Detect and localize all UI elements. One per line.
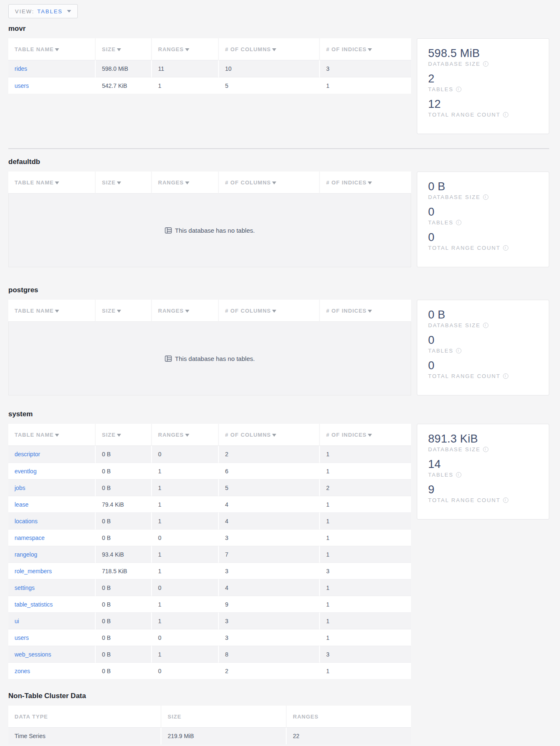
cell-columns: 3 — [219, 612, 320, 629]
table-row-namespace: namespace 0 B 0 3 1 — [8, 529, 411, 546]
cell-indices: 1 — [320, 446, 411, 463]
database-summary-panel-postgres: 0 B DATABASE SIZE 0 TABLES 0 TOTAL RANGE… — [417, 300, 549, 395]
table-link-users[interactable]: users — [15, 82, 29, 89]
column-header-label: TABLE NAME — [15, 432, 54, 438]
column-header-label: SIZE — [102, 432, 116, 438]
table-link-jobs[interactable]: jobs — [15, 485, 25, 491]
cell-ranges: 11 — [152, 60, 219, 77]
table-link-settings[interactable]: settings — [15, 584, 35, 591]
cell-size: 0 B — [96, 629, 152, 646]
column-header-ranges[interactable]: RANGES — [152, 424, 219, 446]
cell-size: 0 B — [96, 646, 152, 662]
cell-size: 0 B — [96, 446, 152, 463]
column-header-label: SIZE — [102, 308, 116, 314]
table-link-lease[interactable]: lease — [15, 501, 28, 508]
column-header-table-name[interactable]: TABLE NAME — [8, 172, 96, 194]
cell-columns: 5 — [219, 479, 320, 496]
table-link-descriptor[interactable]: descriptor — [15, 451, 40, 458]
databases-page: VIEW: TABLES movr TABLE NAME SIZE RANGES… — [0, 0, 560, 744]
column-header-table-name[interactable]: TABLE NAME — [8, 424, 96, 446]
info-icon[interactable] — [483, 323, 488, 328]
column-header-columns[interactable]: # OF COLUMNS — [219, 172, 320, 194]
info-icon[interactable] — [483, 61, 488, 67]
column-header-indices[interactable]: # OF INDICES — [320, 424, 411, 446]
database-summary-panel-defaultdb: 0 B DATABASE SIZE 0 TABLES 0 TOTAL RANGE… — [417, 172, 549, 267]
column-header-size[interactable]: SIZE — [96, 300, 152, 322]
table-link-ui[interactable]: ui — [15, 618, 19, 624]
cell-size: 718.5 KiB — [96, 562, 152, 579]
column-header-columns[interactable]: # OF COLUMNS — [219, 38, 320, 60]
info-icon[interactable] — [456, 87, 461, 92]
column-header-indices[interactable]: # OF INDICES — [320, 172, 411, 194]
info-icon[interactable] — [503, 245, 508, 251]
column-header-columns[interactable]: # OF COLUMNS — [219, 300, 320, 322]
info-icon[interactable] — [503, 373, 508, 379]
cell-ranges: 22 — [287, 728, 411, 744]
table-link-eventlog[interactable]: eventlog — [15, 468, 37, 475]
sort-desc-icon — [55, 310, 59, 313]
sort-desc-icon — [117, 182, 121, 184]
table-link-table-statistics[interactable]: table_statistics — [15, 601, 53, 608]
table-row-descriptor: descriptor 0 B 0 2 1 — [8, 446, 411, 463]
database-section-system: TABLE NAME SIZE RANGES # OF COLUMNS # OF… — [8, 424, 549, 679]
stat-database-size: 598.5 MiB DATABASE SIZE — [428, 47, 538, 67]
cell-ranges: 1 — [152, 479, 219, 496]
column-header-size[interactable]: SIZE — [96, 172, 152, 194]
info-icon[interactable] — [503, 497, 508, 503]
table-link-zones[interactable]: zones — [15, 668, 30, 674]
column-header-indices[interactable]: # OF INDICES — [320, 300, 411, 322]
database-section-defaultdb: TABLE NAME SIZE RANGES # OF COLUMNS # OF… — [8, 172, 549, 267]
table-row-role-members: role_members 718.5 KiB 1 3 3 — [8, 562, 411, 579]
table-link-locations[interactable]: locations — [15, 518, 37, 525]
table-link-web-sessions[interactable]: web_sessions — [15, 651, 51, 658]
column-header-size[interactable]: SIZE — [96, 38, 152, 60]
table-link-namespace[interactable]: namespace — [15, 535, 45, 541]
cell-columns: 4 — [219, 496, 320, 512]
cell-ranges: 0 — [152, 446, 219, 463]
table-link-rides[interactable]: rides — [15, 65, 27, 72]
column-header-ranges[interactable]: RANGES — [152, 38, 219, 60]
column-header-size[interactable]: SIZE — [96, 424, 152, 446]
database-section-postgres: TABLE NAME SIZE RANGES # OF COLUMNS # OF… — [8, 300, 549, 395]
view-selector-dropdown[interactable]: VIEW: TABLES — [8, 4, 78, 18]
info-icon[interactable] — [483, 194, 488, 200]
sort-desc-icon — [185, 48, 189, 51]
sort-desc-icon — [185, 182, 189, 184]
table-link-rangelog[interactable]: rangelog — [15, 551, 37, 558]
stat-label: DATABASE SIZE — [428, 61, 481, 67]
sort-desc-icon — [55, 434, 59, 437]
stat-database-size: 0 B DATABASE SIZE — [428, 308, 538, 328]
info-icon[interactable] — [456, 348, 461, 353]
column-header-label: # OF INDICES — [326, 179, 367, 186]
table-row-zones: zones 0 B 0 2 1 — [8, 662, 411, 679]
info-icon[interactable] — [503, 112, 508, 117]
info-icon[interactable] — [456, 472, 461, 477]
view-selector-label: VIEW: — [15, 8, 35, 15]
column-header-table-name[interactable]: TABLE NAME — [8, 38, 96, 60]
sort-desc-icon — [117, 48, 121, 51]
table-row-table-statistics: table_statistics 0 B 1 9 1 — [8, 596, 411, 612]
column-header-ranges[interactable]: RANGES — [152, 300, 219, 322]
stat-total-range-count: 12 TOTAL RANGE COUNT — [428, 98, 538, 118]
cell-indices: 1 — [320, 546, 411, 562]
table-link-users[interactable]: users — [15, 634, 29, 641]
column-header-table-name[interactable]: TABLE NAME — [8, 300, 96, 322]
column-header-indices[interactable]: # OF INDICES — [320, 38, 411, 60]
database-summary-panel-movr: 598.5 MiB DATABASE SIZE 2 TABLES 12 TOTA… — [417, 38, 549, 134]
column-header-label: TABLE NAME — [15, 179, 54, 186]
column-header-columns[interactable]: # OF COLUMNS — [219, 424, 320, 446]
table-link-role-members[interactable]: role_members — [15, 568, 52, 574]
column-header-ranges[interactable]: RANGES — [152, 172, 219, 194]
column-header-label: RANGES — [158, 46, 184, 52]
cell-columns: 4 — [219, 579, 320, 596]
column-header-label: # OF COLUMNS — [225, 432, 271, 438]
sort-desc-icon — [368, 182, 372, 184]
cell-indices: 1 — [320, 77, 411, 94]
cell-indices: 1 — [320, 512, 411, 529]
column-header-ranges: RANGES — [287, 706, 411, 728]
cell-columns: 3 — [219, 562, 320, 579]
cell-data-type: Time Series — [8, 728, 161, 744]
info-icon[interactable] — [456, 220, 461, 225]
info-icon[interactable] — [483, 447, 488, 452]
stat-label: DATABASE SIZE — [428, 194, 481, 200]
